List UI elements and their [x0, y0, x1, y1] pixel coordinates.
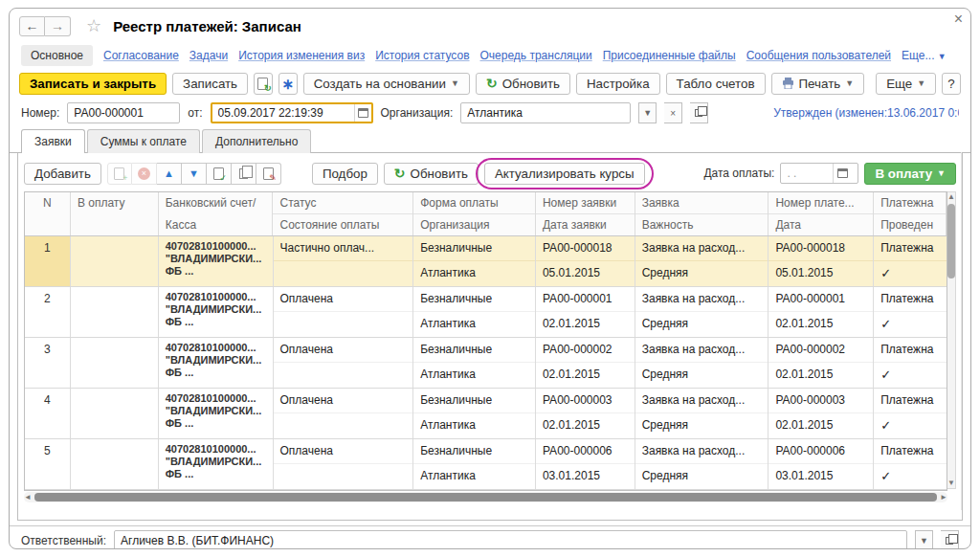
number-input[interactable]: [74, 103, 173, 123]
tab[interactable]: Дополнительно: [202, 129, 311, 153]
nav-link[interactable]: Присоединенные файлы: [603, 49, 736, 62]
column-header[interactable]: Банковский счет/ Касса: [159, 192, 274, 235]
pick-button[interactable]: Подбор: [312, 163, 378, 185]
more-button[interactable]: Еще ▼: [876, 73, 936, 95]
nav-link[interactable]: Согласование: [103, 49, 179, 62]
move-up-button[interactable]: ▲: [157, 163, 182, 185]
column-header[interactable]: Форма оплаты Организация: [413, 192, 536, 235]
column-header[interactable]: N: [25, 192, 71, 235]
forward-icon: →: [51, 18, 64, 33]
scroll-up-icon[interactable]: ▲: [947, 192, 955, 202]
close-icon[interactable]: ×: [954, 11, 963, 28]
nav-more-menu[interactable]: Еще... ▼: [902, 49, 947, 62]
date-field[interactable]: [211, 102, 373, 123]
table-row[interactable]: 1 40702810100000..."ВЛАДИМИРСКИ...ФБ ...…: [25, 236, 947, 287]
horizontal-scroll-thumb[interactable]: [34, 493, 937, 501]
column-header-line1: Номер плате...: [768, 192, 873, 214]
open-icon: [946, 537, 953, 545]
save-button[interactable]: Записать: [172, 73, 248, 95]
nav-link[interactable]: Задачи: [189, 49, 228, 62]
refresh-label: Обновить: [502, 77, 560, 91]
requests-tab-panel: Добавить + × ▲ ▼ ✓ ✎ Подбор ↻ Обновить А…: [17, 153, 963, 521]
delete-row-button[interactable]: ×: [132, 163, 157, 185]
column-header[interactable]: Номер заявки Дата заявки: [536, 192, 635, 235]
edit-row-button[interactable]: ✎: [256, 163, 281, 185]
update-rates-button[interactable]: Актуализировать курсы: [484, 163, 645, 185]
cell-doc-number-date: РА00-00000302.01.2015: [768, 389, 874, 438]
refresh-button[interactable]: ↻ Обновить: [476, 73, 570, 95]
post-document-button[interactable]: ↻: [254, 73, 273, 95]
responsible-open-button[interactable]: [941, 530, 959, 550]
add-row-button[interactable]: Добавить: [24, 163, 101, 185]
column-header[interactable]: Статус Состояние оплаты: [273, 192, 413, 235]
nav-link[interactable]: История статусов: [375, 49, 469, 62]
tab[interactable]: Заявки: [21, 129, 85, 153]
responsible-dropdown-button[interactable]: ▼: [915, 530, 933, 550]
responsible-label: Ответственный:: [21, 534, 106, 547]
column-header[interactable]: Номер плате... Дата: [768, 192, 874, 235]
nav-item-main[interactable]: Основное: [21, 45, 93, 66]
scroll-left-icon[interactable]: ◄: [24, 493, 32, 502]
create-based-on-button[interactable]: Создать на основании ▼: [303, 73, 470, 95]
table-grid: N В оплату Банковский счет/ Касса: [24, 191, 947, 491]
organization-clear-button[interactable]: ×: [664, 102, 682, 123]
nav-link[interactable]: История изменения виз: [238, 49, 365, 62]
calendar-button[interactable]: [354, 104, 371, 122]
nav-more-label: Еще...: [902, 49, 934, 62]
tab[interactable]: Суммы к оплате: [87, 129, 200, 153]
scroll-down-icon[interactable]: ▼: [947, 479, 955, 488]
chevron-down-icon: ▼: [643, 108, 652, 118]
back-button[interactable]: ←: [19, 16, 45, 36]
favorite-star-icon[interactable]: ☆: [86, 15, 101, 36]
pay-date-calendar-button[interactable]: [833, 164, 852, 183]
organization-dropdown-button[interactable]: ▼: [638, 102, 657, 123]
chevron-down-icon: ▼: [938, 52, 947, 61]
vertical-scroll-thumb[interactable]: [947, 204, 955, 278]
calendar-icon: [358, 108, 368, 118]
scroll-right-icon[interactable]: ►: [940, 493, 947, 502]
cell-in-payment: [71, 389, 159, 438]
finish-edit-button[interactable]: ✓: [207, 163, 232, 185]
column-header[interactable]: Заявка Важность: [635, 192, 769, 235]
post-document-icon: ↻: [257, 78, 268, 90]
copy-rows-button[interactable]: [232, 163, 256, 185]
to-payment-button[interactable]: В оплату ▼: [864, 163, 956, 185]
nav-link[interactable]: Очередь трансляции: [480, 49, 592, 62]
cell-payment-doc-posted: Платежна✓: [874, 287, 947, 337]
copy-row-button[interactable]: +: [107, 163, 132, 185]
move-down-button[interactable]: ▼: [182, 163, 207, 185]
cell-payment-doc-posted: Платежна✓: [874, 338, 947, 388]
cell-in-payment: [71, 287, 159, 337]
help-button[interactable]: ?: [942, 73, 961, 95]
settings-button[interactable]: Настройка: [576, 73, 660, 95]
forward-button[interactable]: →: [45, 16, 71, 36]
column-header[interactable]: В оплату: [71, 192, 159, 235]
copy-row-icon: +: [114, 167, 124, 180]
pay-date-field[interactable]: . .: [780, 163, 858, 184]
table-row[interactable]: 4 40702810100000..."ВЛАДИМИРСКИ...ФБ ...…: [25, 389, 947, 439]
show-postings-button[interactable]: ∗: [278, 73, 298, 95]
vertical-scrollbar[interactable]: ▲ ▼: [947, 191, 956, 489]
nav-link[interactable]: Сообщения пользователей: [746, 49, 891, 62]
cell-row-number: 3: [25, 338, 71, 388]
table-row[interactable]: 2 40702810100000..."ВЛАДИМИРСКИ...ФБ ...…: [25, 287, 947, 338]
accounts-board-button[interactable]: Табло счетов: [666, 73, 766, 95]
history-nav: ← →: [19, 16, 71, 36]
cell-payment-form-org: БезналичныеАтлантика: [413, 338, 536, 388]
organization-open-button[interactable]: [690, 102, 708, 123]
cell-request-number-date: РА00-00000603.01.2015: [536, 439, 635, 489]
list-refresh-button[interactable]: ↻ Обновить: [384, 163, 479, 185]
responsible-field[interactable]: [114, 530, 907, 550]
responsible-input[interactable]: [121, 531, 901, 550]
print-button[interactable]: Печать ▼: [771, 73, 865, 95]
horizontal-scrollbar[interactable]: ◄ ►: [24, 492, 947, 502]
column-header[interactable]: Платежна Проведен: [874, 192, 947, 235]
save-and-close-button[interactable]: Записать и закрыть: [19, 73, 167, 95]
organization-input[interactable]: [467, 103, 624, 123]
approval-status-link[interactable]: Утвержден (изменен:13.06.2017 0:00:0: [773, 106, 959, 120]
organization-field[interactable]: [460, 102, 631, 123]
table-row[interactable]: 3 40702810100000..."ВЛАДИМИРСКИ...ФБ ...…: [25, 338, 947, 389]
number-field[interactable]: [67, 102, 180, 123]
date-input[interactable]: [218, 104, 354, 122]
table-row[interactable]: 5 40702810100000..."ВЛАДИМИРСКИ...ФБ ...…: [25, 439, 947, 490]
